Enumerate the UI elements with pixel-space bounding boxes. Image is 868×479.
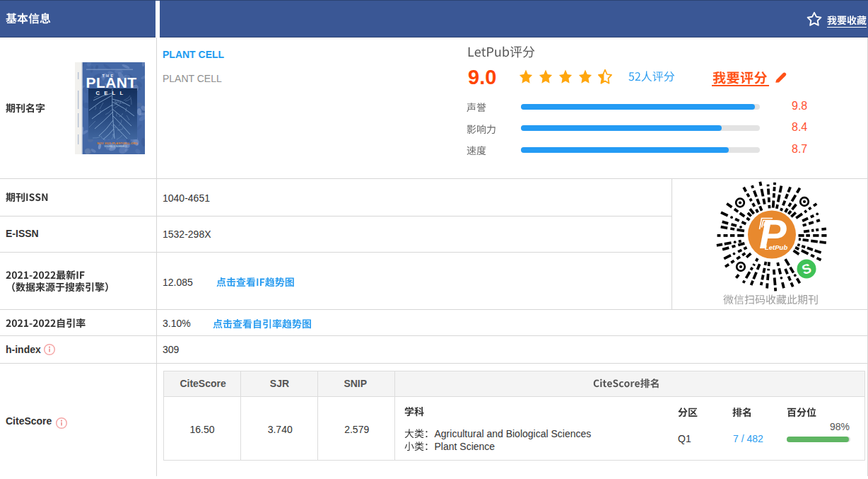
svg-text:PLANT: PLANT — [86, 74, 137, 91]
svg-text:VOLUME 33 NUMBER 11: VOLUME 33 NUMBER 11 — [105, 145, 128, 148]
svg-text:LetPub: LetPub — [765, 243, 787, 251]
svg-text:CELL: CELL — [96, 90, 128, 96]
svg-text:NOV 2021 PLANTCELL.ORG: NOV 2021 PLANTCELL.ORG — [98, 142, 138, 145]
